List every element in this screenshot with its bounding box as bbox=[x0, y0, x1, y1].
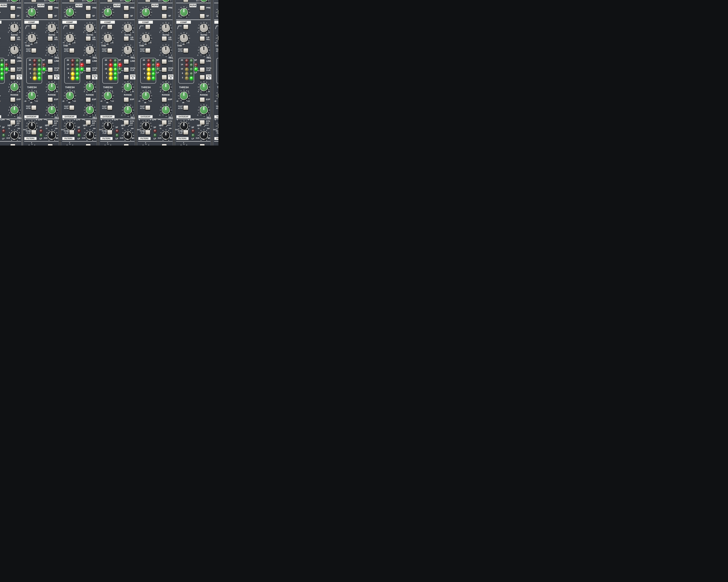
comp-fast-attack-button[interactable] bbox=[145, 48, 150, 53]
gate-range-knob[interactable] bbox=[200, 83, 208, 91]
dyn-in-button[interactable] bbox=[200, 75, 205, 80]
dyn-sc-button[interactable] bbox=[48, 120, 53, 125]
upper-section-knob[interactable] bbox=[162, 0, 170, 2]
upper-section-button[interactable] bbox=[69, 0, 74, 2]
comp-fast-attack-button[interactable] bbox=[107, 48, 112, 53]
dyn-path-flip-button[interactable] bbox=[162, 67, 167, 72]
filter-path-flip-button[interactable] bbox=[69, 130, 74, 135]
lpf-knob[interactable] bbox=[180, 122, 188, 130]
gate-release-knob[interactable] bbox=[86, 106, 94, 114]
dyn-path-flip-button[interactable] bbox=[124, 67, 129, 72]
link-button[interactable] bbox=[124, 59, 129, 64]
comp-release-knob[interactable] bbox=[48, 46, 56, 54]
upper-section-button[interactable] bbox=[145, 0, 150, 2]
gate-release-knob[interactable] bbox=[48, 106, 56, 114]
thr-knob[interactable] bbox=[104, 34, 112, 42]
dyn-sc-button[interactable] bbox=[10, 120, 16, 125]
lin-rel-button[interactable] bbox=[200, 36, 205, 41]
gate-fast-attack-button[interactable] bbox=[183, 105, 188, 110]
upper-section-knob[interactable] bbox=[86, 0, 94, 2]
exp-button[interactable] bbox=[86, 97, 91, 102]
lpf-knob[interactable] bbox=[66, 122, 74, 130]
link-button[interactable] bbox=[162, 59, 167, 64]
gate-release-knob[interactable] bbox=[200, 106, 208, 114]
upper-section-knob[interactable] bbox=[200, 0, 208, 2]
dyn-in-button[interactable] bbox=[124, 75, 129, 80]
dyn-sc-button[interactable] bbox=[200, 120, 205, 125]
sf-button[interactable] bbox=[48, 14, 53, 19]
gate-thresh-knob[interactable] bbox=[180, 91, 188, 100]
thr-knob[interactable] bbox=[142, 34, 150, 42]
thr-knob[interactable] bbox=[28, 34, 36, 42]
upper-section-button[interactable] bbox=[107, 0, 112, 2]
gate-thresh-knob[interactable] bbox=[28, 91, 36, 100]
comp-release-knob[interactable] bbox=[124, 46, 132, 54]
ratio-knob[interactable] bbox=[162, 24, 170, 32]
comp-knee-button[interactable] bbox=[107, 24, 112, 29]
comp-fast-attack-button[interactable] bbox=[69, 48, 74, 53]
dyn-path-flip-button[interactable] bbox=[48, 67, 53, 72]
upper-section-button[interactable] bbox=[183, 0, 188, 2]
gate-range-knob[interactable] bbox=[86, 83, 94, 91]
ratio-knob[interactable] bbox=[124, 24, 132, 32]
filter-path-flip-button[interactable] bbox=[145, 130, 150, 135]
ratio-knob[interactable] bbox=[48, 24, 56, 32]
link-button[interactable] bbox=[200, 59, 205, 64]
upper-section-knob[interactable] bbox=[124, 0, 132, 2]
filter-path-flip-button[interactable] bbox=[183, 130, 188, 135]
next-section-button[interactable] bbox=[124, 144, 129, 145]
lpf-knob[interactable] bbox=[142, 122, 150, 130]
lin-rel-button[interactable] bbox=[86, 36, 91, 41]
link-button[interactable] bbox=[48, 59, 53, 64]
comp-knee-button[interactable] bbox=[145, 24, 150, 29]
dyn-in-button[interactable] bbox=[10, 75, 16, 80]
upper-section-button[interactable] bbox=[31, 0, 36, 2]
lin-rel-button[interactable] bbox=[48, 36, 53, 41]
dyn-sc-button[interactable] bbox=[86, 120, 91, 125]
pre-button[interactable] bbox=[124, 5, 129, 10]
next-section-button[interactable] bbox=[86, 144, 91, 145]
upper-section-knob[interactable] bbox=[48, 0, 56, 2]
comp-release-knob[interactable] bbox=[200, 46, 208, 54]
sf-button[interactable] bbox=[124, 14, 129, 19]
dyn-sc-button[interactable] bbox=[162, 120, 167, 125]
gate-range-knob[interactable] bbox=[48, 83, 56, 91]
next-section-button[interactable] bbox=[48, 144, 53, 145]
gate-thresh-knob[interactable] bbox=[66, 91, 74, 100]
pre-button[interactable] bbox=[10, 5, 16, 10]
dyn-sc-button[interactable] bbox=[124, 120, 129, 125]
pre-button[interactable] bbox=[200, 5, 205, 10]
gate-fast-attack-button[interactable] bbox=[107, 105, 112, 110]
exp-button[interactable] bbox=[162, 97, 167, 102]
comp-knee-button[interactable] bbox=[69, 24, 74, 29]
lin-rel-button[interactable] bbox=[162, 36, 167, 41]
gate-thresh-knob[interactable] bbox=[142, 91, 150, 100]
gate-fast-attack-button[interactable] bbox=[145, 105, 150, 110]
exp-button[interactable] bbox=[48, 97, 53, 102]
lin-rel-button[interactable] bbox=[124, 36, 129, 41]
dyn-in-button[interactable] bbox=[86, 75, 91, 80]
pre-button[interactable] bbox=[162, 5, 167, 10]
thr-knob[interactable] bbox=[66, 34, 74, 42]
gate-range-knob[interactable] bbox=[124, 83, 132, 91]
comp-release-knob[interactable] bbox=[10, 46, 19, 54]
ratio-knob[interactable] bbox=[10, 24, 19, 32]
filter-path-flip-button[interactable] bbox=[107, 130, 112, 135]
link-button[interactable] bbox=[86, 59, 91, 64]
lin-rel-button[interactable] bbox=[10, 36, 16, 41]
link-button[interactable] bbox=[10, 59, 16, 64]
gate-release-knob[interactable] bbox=[162, 106, 170, 114]
sf-button[interactable] bbox=[10, 14, 16, 19]
gate-release-knob[interactable] bbox=[124, 106, 132, 114]
gate-release-knob[interactable] bbox=[10, 106, 19, 114]
next-section-button[interactable] bbox=[10, 144, 16, 145]
gate-thresh-knob[interactable] bbox=[104, 91, 112, 100]
next-section-button[interactable] bbox=[200, 144, 205, 145]
sf-button[interactable] bbox=[86, 14, 91, 19]
lpf-knob[interactable] bbox=[104, 122, 112, 130]
lpf-knob[interactable] bbox=[28, 122, 36, 130]
ratio-knob[interactable] bbox=[200, 24, 208, 32]
thr-knob[interactable] bbox=[180, 34, 188, 42]
gate-thresh-knob[interactable] bbox=[218, 91, 218, 100]
next-section-button[interactable] bbox=[162, 144, 167, 145]
